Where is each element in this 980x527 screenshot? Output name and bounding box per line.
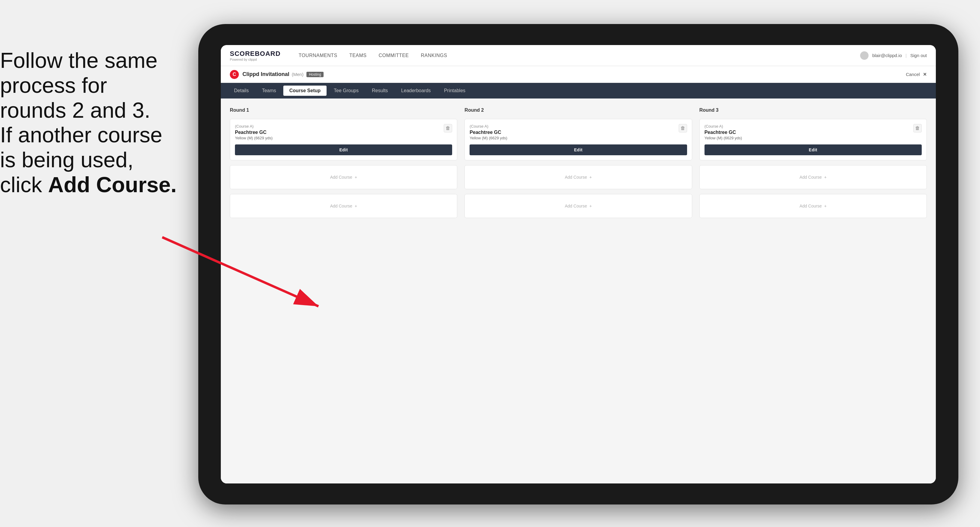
instruction-line1: Follow the same bbox=[0, 48, 192, 73]
round-1-course-tee: Yellow (M) (6629 yds) bbox=[235, 136, 272, 140]
round-2-edit-button[interactable]: Edit bbox=[469, 144, 687, 155]
round-1-course-name: Peachtree GC bbox=[235, 130, 272, 135]
rounds-grid: Round 1 (Course A) Peachtree GC Yellow (… bbox=[230, 108, 927, 218]
round-1-add-course-1[interactable]: Add Course + bbox=[230, 165, 457, 189]
round-1-delete-button[interactable]: 🗑 bbox=[444, 124, 452, 132]
nav-right: blair@clippd.io | Sign out bbox=[860, 51, 927, 60]
round-2-title: Round 2 bbox=[465, 108, 692, 113]
brand-logo: C bbox=[230, 70, 239, 79]
round-2-column: Round 2 (Course A) Peachtree GC Yellow (… bbox=[465, 108, 692, 218]
round-3-add-course-text-1: Add Course + bbox=[799, 175, 826, 179]
round-2-course-label: (Course A) bbox=[469, 124, 507, 129]
round-3-title: Round 3 bbox=[699, 108, 927, 113]
instruction-line3: rounds 2 and 3. bbox=[0, 98, 192, 123]
nav-links: TOURNAMENTS TEAMS COMMITTEE RANKINGS bbox=[293, 51, 861, 61]
instruction-line2: process for bbox=[0, 73, 192, 98]
round-1-column: Round 1 (Course A) Peachtree GC Yellow (… bbox=[230, 108, 457, 218]
round-3-course-label: (Course A) bbox=[705, 124, 742, 129]
main-content: Round 1 (Course A) Peachtree GC Yellow (… bbox=[221, 98, 936, 483]
round-3-column: Round 3 (Course A) Peachtree GC Yellow (… bbox=[699, 108, 927, 218]
instruction-panel: Follow the same process for rounds 2 and… bbox=[0, 48, 192, 197]
instruction-line6: click Add Course. bbox=[0, 172, 192, 197]
nav-rankings[interactable]: RANKINGS bbox=[415, 51, 453, 61]
round-1-title: Round 1 bbox=[230, 108, 457, 113]
tab-results[interactable]: Results bbox=[366, 86, 394, 96]
round-1-course-label: (Course A) bbox=[235, 124, 272, 129]
tab-printables[interactable]: Printables bbox=[438, 86, 471, 96]
round-2-course-name: Peachtree GC bbox=[469, 130, 507, 135]
round-2-course-card-1: (Course A) Peachtree GC Yellow (M) (6629… bbox=[465, 119, 692, 160]
round-1-edit-button[interactable]: Edit bbox=[235, 144, 452, 155]
cancel-button[interactable]: Cancel ✕ bbox=[906, 72, 927, 77]
round-2-add-course-2[interactable]: Add Course + bbox=[465, 194, 692, 218]
round-3-course-name: Peachtree GC bbox=[705, 130, 742, 135]
sign-out-link[interactable]: Sign out bbox=[910, 53, 927, 58]
round-3-course-card-1: (Course A) Peachtree GC Yellow (M) (6629… bbox=[699, 119, 927, 160]
round-3-add-course-2[interactable]: Add Course + bbox=[699, 194, 927, 218]
round-2-delete-button[interactable]: 🗑 bbox=[679, 124, 687, 132]
round-3-edit-button[interactable]: Edit bbox=[705, 144, 922, 155]
sub-header: C Clippd Invitational (Men) Hosting Canc… bbox=[221, 66, 936, 83]
tab-teams[interactable]: Teams bbox=[256, 86, 282, 96]
round-2-add-course-text-1: Add Course + bbox=[565, 175, 592, 179]
scoreboard-logo: SCOREBOARD Powered by clippd bbox=[230, 50, 281, 61]
instruction-line6-normal: click bbox=[0, 173, 48, 197]
tablet-screen: SCOREBOARD Powered by clippd TOURNAMENTS… bbox=[221, 45, 936, 483]
round-1-course-card-1: (Course A) Peachtree GC Yellow (M) (6629… bbox=[230, 119, 457, 160]
round-3-add-course-1[interactable]: Add Course + bbox=[699, 165, 927, 189]
tab-details[interactable]: Details bbox=[228, 86, 255, 96]
round-1-add-course-2[interactable]: Add Course + bbox=[230, 194, 457, 218]
user-avatar bbox=[860, 51, 869, 60]
round-1-add-course-text-1: Add Course + bbox=[330, 175, 357, 179]
tab-bar: Details Teams Course Setup Tee Groups Re… bbox=[221, 83, 936, 98]
nav-teams[interactable]: TEAMS bbox=[344, 51, 373, 61]
tab-leaderboards[interactable]: Leaderboards bbox=[395, 86, 437, 96]
logo-sub-text: Powered by clippd bbox=[230, 58, 281, 61]
round-1-add-course-text-2: Add Course + bbox=[330, 203, 357, 208]
nav-tournaments[interactable]: TOURNAMENTS bbox=[293, 51, 344, 61]
hosting-badge: Hosting bbox=[306, 72, 324, 77]
instruction-line4: If another course bbox=[0, 122, 192, 148]
top-nav: SCOREBOARD Powered by clippd TOURNAMENTS… bbox=[221, 45, 936, 66]
tab-tee-groups[interactable]: Tee Groups bbox=[328, 86, 365, 96]
round-3-course-tee: Yellow (M) (6629 yds) bbox=[705, 136, 742, 140]
instruction-line5: is being used, bbox=[0, 148, 192, 172]
nav-committee[interactable]: COMMITTEE bbox=[372, 51, 415, 61]
user-email: blair@clippd.io bbox=[872, 53, 902, 58]
round-2-add-course-1[interactable]: Add Course + bbox=[465, 165, 692, 189]
round-3-delete-button[interactable]: 🗑 bbox=[913, 124, 922, 132]
tab-course-setup[interactable]: Course Setup bbox=[283, 86, 326, 96]
round-2-course-tee: Yellow (M) (6629 yds) bbox=[469, 136, 507, 140]
round-2-add-course-text-2: Add Course + bbox=[565, 203, 592, 208]
round-3-add-course-text-2: Add Course + bbox=[799, 203, 826, 208]
logo-main-text: SCOREBOARD bbox=[230, 50, 281, 58]
tablet-frame: SCOREBOARD Powered by clippd TOURNAMENTS… bbox=[198, 24, 958, 505]
tournament-qualifier: (Men) bbox=[292, 72, 304, 77]
instruction-line6-bold: Add Course. bbox=[48, 173, 177, 197]
tournament-name: Clippd Invitational bbox=[242, 71, 289, 78]
